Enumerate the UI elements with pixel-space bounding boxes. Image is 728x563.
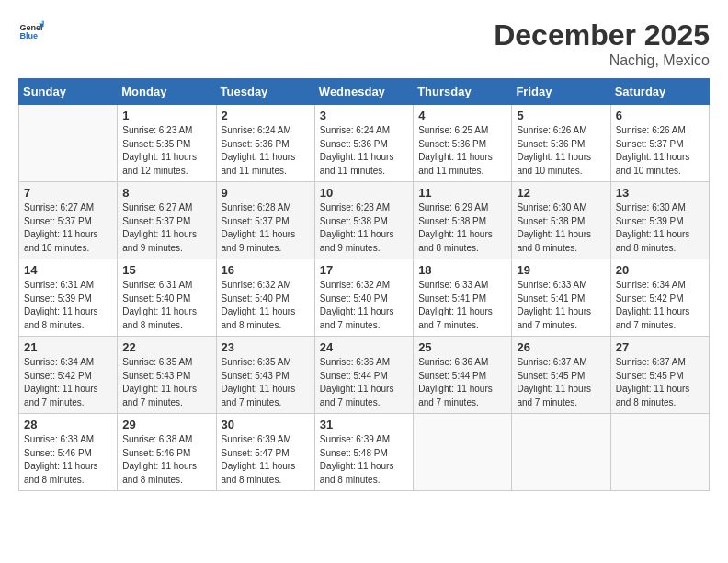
day-number: 17 — [320, 263, 408, 277]
calendar-cell: 11Sunrise: 6:29 AM Sunset: 5:38 PM Dayli… — [414, 182, 512, 259]
calendar-cell: 3Sunrise: 6:24 AM Sunset: 5:36 PM Daylig… — [314, 105, 413, 182]
day-number: 26 — [517, 340, 605, 354]
day-number: 9 — [222, 186, 310, 200]
day-number: 25 — [418, 340, 506, 354]
calendar-cell: 16Sunrise: 6:32 AM Sunset: 5:40 PM Dayli… — [216, 259, 314, 337]
day-info: Sunrise: 6:36 AM Sunset: 5:44 PM Dayligh… — [418, 356, 506, 409]
calendar-cell — [19, 105, 118, 182]
calendar-cell — [414, 414, 512, 491]
calendar-cell: 17Sunrise: 6:32 AM Sunset: 5:40 PM Dayli… — [314, 259, 413, 337]
page-header: General Blue December 2025 Nachig, Mexic… — [18, 18, 710, 69]
calendar-cell: 12Sunrise: 6:30 AM Sunset: 5:38 PM Dayli… — [512, 182, 610, 259]
day-number: 19 — [517, 263, 605, 277]
calendar-week-row: 14Sunrise: 6:31 AM Sunset: 5:39 PM Dayli… — [19, 259, 710, 337]
day-number: 10 — [320, 186, 408, 200]
svg-text:Blue: Blue — [19, 31, 38, 40]
day-number: 16 — [222, 263, 310, 277]
calendar-cell: 7Sunrise: 6:27 AM Sunset: 5:37 PM Daylig… — [19, 182, 118, 259]
day-info: Sunrise: 6:26 AM Sunset: 5:36 PM Dayligh… — [517, 124, 605, 178]
day-number: 29 — [122, 418, 210, 431]
day-info: Sunrise: 6:36 AM Sunset: 5:44 PM Dayligh… — [320, 356, 408, 409]
calendar-cell: 4Sunrise: 6:25 AM Sunset: 5:36 PM Daylig… — [414, 105, 512, 182]
day-number: 7 — [24, 186, 112, 200]
column-header-wednesday: Wednesday — [314, 79, 413, 105]
calendar-cell: 13Sunrise: 6:30 AM Sunset: 5:39 PM Dayli… — [610, 182, 709, 259]
day-number: 24 — [320, 340, 408, 354]
calendar-table: SundayMondayTuesdayWednesdayThursdayFrid… — [18, 78, 710, 491]
day-number: 30 — [222, 418, 310, 431]
calendar-cell: 6Sunrise: 6:26 AM Sunset: 5:37 PM Daylig… — [610, 105, 709, 182]
calendar-cell: 20Sunrise: 6:34 AM Sunset: 5:42 PM Dayli… — [610, 259, 709, 337]
location: Nachig, Mexico — [494, 52, 710, 69]
column-header-sunday: Sunday — [19, 79, 118, 105]
day-info: Sunrise: 6:39 AM Sunset: 5:48 PM Dayligh… — [320, 433, 408, 487]
day-number: 21 — [24, 340, 112, 354]
day-number: 27 — [616, 340, 704, 354]
calendar-cell — [610, 414, 709, 491]
day-number: 6 — [616, 109, 704, 122]
column-header-saturday: Saturday — [610, 79, 709, 105]
day-info: Sunrise: 6:30 AM Sunset: 5:38 PM Dayligh… — [517, 201, 605, 255]
day-number: 3 — [320, 109, 408, 122]
calendar-cell: 29Sunrise: 6:38 AM Sunset: 5:46 PM Dayli… — [118, 414, 216, 491]
day-info: Sunrise: 6:32 AM Sunset: 5:40 PM Dayligh… — [222, 279, 310, 332]
calendar-week-row: 28Sunrise: 6:38 AM Sunset: 5:46 PM Dayli… — [19, 414, 710, 491]
day-info: Sunrise: 6:25 AM Sunset: 5:36 PM Dayligh… — [418, 124, 506, 178]
calendar-cell: 28Sunrise: 6:38 AM Sunset: 5:46 PM Dayli… — [19, 414, 118, 491]
day-number: 22 — [122, 340, 210, 354]
calendar-cell: 24Sunrise: 6:36 AM Sunset: 5:44 PM Dayli… — [314, 337, 413, 414]
day-info: Sunrise: 6:28 AM Sunset: 5:37 PM Dayligh… — [222, 201, 310, 255]
calendar-cell: 23Sunrise: 6:35 AM Sunset: 5:43 PM Dayli… — [216, 337, 314, 414]
calendar-cell: 19Sunrise: 6:33 AM Sunset: 5:41 PM Dayli… — [512, 259, 610, 337]
calendar-cell — [512, 414, 610, 491]
calendar-cell: 5Sunrise: 6:26 AM Sunset: 5:36 PM Daylig… — [512, 105, 610, 182]
day-info: Sunrise: 6:33 AM Sunset: 5:41 PM Dayligh… — [517, 279, 605, 332]
day-number: 18 — [418, 263, 506, 277]
day-info: Sunrise: 6:23 AM Sunset: 5:35 PM Dayligh… — [122, 124, 210, 178]
calendar-cell: 21Sunrise: 6:34 AM Sunset: 5:42 PM Dayli… — [19, 337, 118, 414]
calendar-cell: 8Sunrise: 6:27 AM Sunset: 5:37 PM Daylig… — [118, 182, 216, 259]
day-number: 31 — [320, 418, 408, 431]
day-number: 13 — [616, 186, 704, 200]
day-info: Sunrise: 6:38 AM Sunset: 5:46 PM Dayligh… — [122, 433, 210, 487]
calendar-cell: 25Sunrise: 6:36 AM Sunset: 5:44 PM Dayli… — [414, 337, 512, 414]
title-block: December 2025 Nachig, Mexico — [494, 18, 710, 69]
day-info: Sunrise: 6:35 AM Sunset: 5:43 PM Dayligh… — [122, 356, 210, 409]
calendar-cell: 14Sunrise: 6:31 AM Sunset: 5:39 PM Dayli… — [19, 259, 118, 337]
logo-icon: General Blue — [18, 18, 44, 44]
column-header-friday: Friday — [512, 79, 610, 105]
day-number: 8 — [122, 186, 210, 200]
day-number: 5 — [517, 109, 605, 122]
day-number: 28 — [24, 418, 112, 431]
column-header-thursday: Thursday — [414, 79, 512, 105]
calendar-cell: 30Sunrise: 6:39 AM Sunset: 5:47 PM Dayli… — [216, 414, 314, 491]
calendar-cell: 10Sunrise: 6:28 AM Sunset: 5:38 PM Dayli… — [314, 182, 413, 259]
day-info: Sunrise: 6:31 AM Sunset: 5:40 PM Dayligh… — [122, 279, 210, 332]
day-number: 12 — [517, 186, 605, 200]
day-number: 4 — [418, 109, 506, 122]
column-header-tuesday: Tuesday — [216, 79, 314, 105]
day-info: Sunrise: 6:34 AM Sunset: 5:42 PM Dayligh… — [24, 356, 112, 409]
day-info: Sunrise: 6:29 AM Sunset: 5:38 PM Dayligh… — [418, 201, 506, 255]
day-number: 15 — [122, 263, 210, 277]
day-number: 20 — [616, 263, 704, 277]
day-number: 11 — [418, 186, 506, 200]
day-info: Sunrise: 6:30 AM Sunset: 5:39 PM Dayligh… — [616, 201, 704, 255]
calendar-cell: 15Sunrise: 6:31 AM Sunset: 5:40 PM Dayli… — [118, 259, 216, 337]
logo: General Blue — [18, 18, 44, 44]
day-info: Sunrise: 6:39 AM Sunset: 5:47 PM Dayligh… — [222, 433, 310, 487]
day-info: Sunrise: 6:32 AM Sunset: 5:40 PM Dayligh… — [320, 279, 408, 332]
day-info: Sunrise: 6:27 AM Sunset: 5:37 PM Dayligh… — [24, 201, 112, 255]
day-info: Sunrise: 6:26 AM Sunset: 5:37 PM Dayligh… — [616, 124, 704, 178]
day-info: Sunrise: 6:31 AM Sunset: 5:39 PM Dayligh… — [24, 279, 112, 332]
day-number: 14 — [24, 263, 112, 277]
day-info: Sunrise: 6:38 AM Sunset: 5:46 PM Dayligh… — [24, 433, 112, 487]
day-info: Sunrise: 6:28 AM Sunset: 5:38 PM Dayligh… — [320, 201, 408, 255]
calendar-cell: 26Sunrise: 6:37 AM Sunset: 5:45 PM Dayli… — [512, 337, 610, 414]
calendar-cell: 18Sunrise: 6:33 AM Sunset: 5:41 PM Dayli… — [414, 259, 512, 337]
column-header-monday: Monday — [118, 79, 216, 105]
calendar-header-row: SundayMondayTuesdayWednesdayThursdayFrid… — [19, 79, 710, 105]
calendar-cell: 22Sunrise: 6:35 AM Sunset: 5:43 PM Dayli… — [118, 337, 216, 414]
calendar-cell: 1Sunrise: 6:23 AM Sunset: 5:35 PM Daylig… — [118, 105, 216, 182]
day-number: 1 — [122, 109, 210, 122]
